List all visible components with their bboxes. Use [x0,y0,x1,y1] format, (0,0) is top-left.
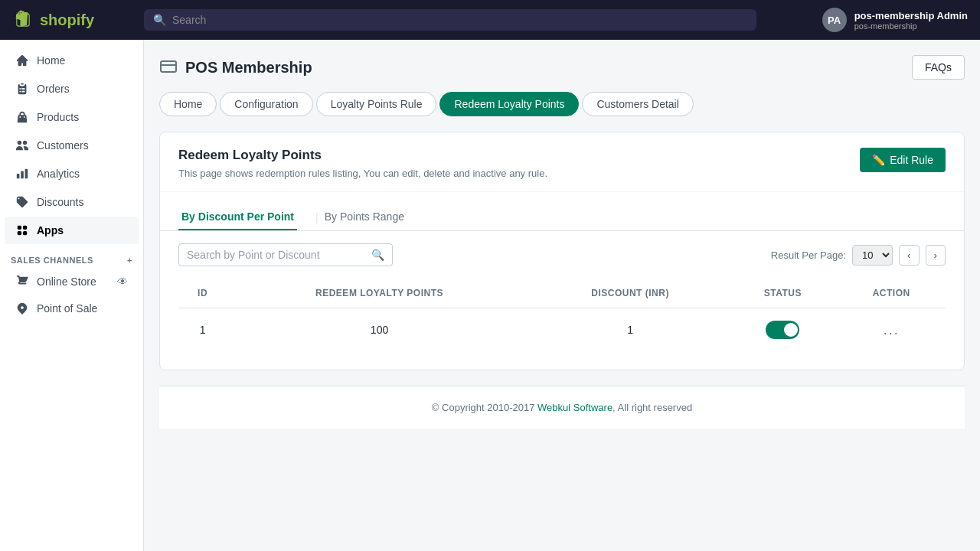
user-info: pos-membership Admin pos-membership [854,10,968,31]
main-content: POS Membership FAQs Home Configuration L… [144,40,980,551]
sidebar-nav: Home Orders Products Customers Analytics… [0,40,143,328]
search-bar[interactable]: 🔍 [144,9,756,31]
sub-tab-divider: | [315,211,318,223]
table-search-input[interactable] [187,249,365,261]
search-icon: 🔍 [153,14,166,26]
card-description: This page shows redemption rules listing… [178,168,547,179]
tabs: Home Configuration Loyalty Points Rule R… [159,92,965,116]
analytics-icon [15,167,29,181]
user-menu[interactable]: PA pos-membership Admin pos-membership [822,8,968,32]
svg-rect-2 [161,61,176,72]
products-icon [15,110,29,124]
sidebar-item-products[interactable]: Products [5,103,139,131]
sales-channels-label: SALES CHANNELS + [0,245,143,268]
edit-rule-button[interactable]: ✏️ Edit Rule [860,148,946,172]
eye-icon[interactable]: 👁 [117,276,128,288]
sidebar-item-home[interactable]: Home [5,47,139,74]
cell-redeem-points: 100 [227,308,532,352]
online-store-icon [15,275,29,289]
tab-configuration[interactable]: Configuration [220,92,312,116]
sidebar-item-label: Apps [37,224,64,236]
sub-tab-by-points-range[interactable]: By Points Range [322,204,407,230]
pagination: Result Per Page: 10 25 50 ‹ › [771,245,946,266]
sidebar-item-orders[interactable]: Orders [5,75,139,103]
shopify-logo-icon: S [12,9,34,31]
table-search-field[interactable]: 🔍 [178,243,393,266]
table-row: 1 100 1 ... [178,308,946,352]
discounts-icon [15,195,29,209]
pos-icon [15,302,29,315]
col-discount: DISCOUNT (INR) [532,279,728,308]
sidebar-item-online-store[interactable]: Online Store 👁 [5,269,139,295]
pagination-label: Result Per Page: [771,249,846,261]
edit-icon: ✏️ [872,154,885,166]
action-menu-button[interactable]: ... [884,322,900,337]
tab-loyalty-points-rule[interactable]: Loyalty Points Rule [316,92,437,116]
footer-suffix: , All right reserved [612,402,692,413]
svg-text:S: S [21,17,25,24]
redeem-table: ID REDEEM LOYALTY POINTS DISCOUNT (INR) … [178,279,946,351]
card-header-text: Redeem Loyalty Points This page shows re… [178,148,547,179]
search-icon: 🔍 [371,249,384,261]
card-title: Redeem Loyalty Points [178,148,547,163]
sidebar-item-discounts[interactable]: Discounts [5,188,139,216]
col-redeem-loyalty-points: REDEEM LOYALTY POINTS [227,279,532,308]
avatar: PA [822,8,847,32]
sidebar-item-label: Discounts [37,196,83,208]
footer-text: © Copyright 2010-2017 [432,402,537,413]
footer-link[interactable]: Webkul Software [537,402,612,413]
sidebar-item-customers[interactable]: Customers [5,132,139,159]
cell-status [728,308,837,352]
topbar: S shopify 🔍 PA pos-membership Admin pos-… [0,0,980,40]
sidebar-item-point-of-sale[interactable]: Point of Sale [5,295,139,321]
add-channel-icon[interactable]: + [127,256,132,265]
status-toggle[interactable] [766,321,799,339]
col-id: ID [178,279,227,308]
footer: © Copyright 2010-2017 Webkul Software, A… [159,386,965,429]
pagination-next-button[interactable]: › [926,245,946,266]
membership-icon [159,57,178,78]
table-wrapper: ID REDEEM LOYALTY POINTS DISCOUNT (INR) … [160,279,964,370]
home-icon [15,54,29,67]
sidebar-item-analytics[interactable]: Analytics [5,160,139,187]
table-controls: 🔍 Result Per Page: 10 25 50 ‹ › [160,231,964,279]
sub-tab-by-discount-per-point[interactable]: By Discount Per Point [178,204,297,230]
logo-text: shopify [40,11,94,29]
user-name: pos-membership Admin [854,10,968,21]
sidebar-item-label: Home [37,54,65,67]
page-header: POS Membership FAQs [159,55,965,80]
tab-customers-detail[interactable]: Customers Detail [582,92,693,116]
orders-icon [15,82,29,96]
sidebar-item-label: Products [37,111,79,123]
pagination-select[interactable]: 10 25 50 [852,245,893,266]
pagination-prev-button[interactable]: ‹ [899,245,919,266]
apps-icon [15,223,29,237]
card-header: Redeem Loyalty Points This page shows re… [160,132,964,192]
col-action: ACTION [837,279,946,308]
sidebar-item-label: Point of Sale [37,302,97,315]
sidebar-item-label: Online Store [37,276,96,288]
sidebar-item-apps[interactable]: Apps [5,217,139,244]
tab-redeem-loyalty-points[interactable]: Redeem Loyalty Points [439,92,579,116]
search-input[interactable] [172,14,747,26]
sidebar-item-label: Customers [37,139,89,152]
cell-action: ... [837,308,946,352]
content-card: Redeem Loyalty Points This page shows re… [159,132,965,370]
toggle-slider [766,321,799,339]
cell-id: 1 [178,308,227,352]
col-status: STATUS [728,279,837,308]
sidebar-item-label: Analytics [37,168,80,180]
faqs-button[interactable]: FAQs [912,55,965,80]
customers-icon [15,139,29,152]
user-sub: pos-membership [854,21,968,31]
tab-home[interactable]: Home [159,92,217,116]
page-title: POS Membership [185,59,312,77]
cell-discount: 1 [532,308,728,352]
sidebar-item-label: Orders [37,83,70,95]
sidebar: Home Orders Products Customers Analytics… [0,40,144,551]
logo[interactable]: S shopify [12,9,135,31]
sub-tabs: By Discount Per Point | By Points Range [160,192,964,231]
